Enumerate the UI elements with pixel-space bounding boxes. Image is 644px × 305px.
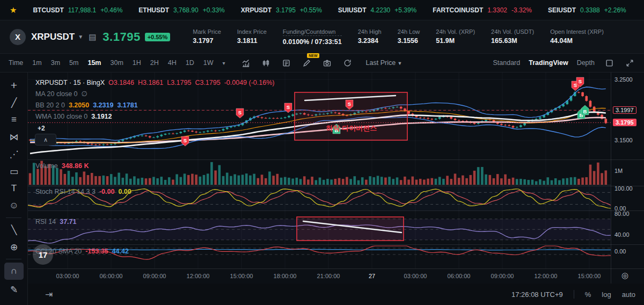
price-label-1M: 1M [614,168,623,174]
symbol-name[interactable]: XRPUSDT [31,32,75,42]
stat-value: 3.1797 [193,37,221,45]
indicators-icon[interactable] [240,57,252,69]
wma-value: 3.1912 [91,113,112,120]
time-tick: 15:00:00 [230,273,253,279]
stat-value: 44.04M [550,37,604,45]
price-label-32500: 3.2500 [614,76,633,83]
divider [574,290,574,299]
rectangle-icon[interactable]: ▭ [0,163,28,180]
ticker-item-ethusdt[interactable]: ETHUSDT3,768.90+0.33% [138,6,224,14]
price-label-31997: 3.1997 [613,106,636,114]
collapse-legend-button[interactable]: ∧ [35,134,56,146]
cci-value: -153.35 [85,248,108,255]
layout-icon[interactable] [603,57,615,69]
ticker-change: +0.55% [300,6,322,14]
stat-label: 24h High [358,28,382,35]
chart-canvas[interactable]: SSSSSSBBB하락 다이버전스 XRPUSDT · 15 · BingX O… [28,72,644,284]
interval-4H[interactable]: 4H [168,59,177,67]
ticker-bar: ★ BTCUSDT117,988.1+0.46%ETHUSDT3,768.90+… [0,0,644,20]
ticker-price: 117,988.1 [68,6,97,14]
stat-24h-low: 24h Low3.1556 [398,28,420,46]
ticker-symbol: BTCUSDT [33,6,63,14]
forecast-icon[interactable]: ⋰ [0,146,28,163]
camera-icon[interactable] [321,57,333,69]
interval-15m[interactable]: 15m [87,59,101,67]
last-price-dropdown[interactable]: Last Price ▼ [366,59,402,67]
text-icon[interactable]: T [0,180,28,197]
axis-settings-gear-icon[interactable]: ◎ [621,271,628,280]
ticker-change: +0.33% [203,6,225,14]
stat-24h-vol-usdt-: 24h Vol. (USDT)165.63M [491,28,534,46]
ticker-symbol: ETHUSDT [138,6,169,14]
ticker-change: +0.46% [100,6,122,14]
orderbook-icon[interactable]: ▤ [89,32,96,42]
emoji-icon[interactable]: ☺ [0,197,28,214]
ruler-icon[interactable]: ╲ [0,221,28,238]
divider [6,217,21,218]
stat-label: Index Price [237,28,267,35]
svg-text:B: B [583,108,587,114]
interval-1W[interactable]: 1W [203,59,214,67]
zoom-in-icon[interactable]: ⊕ [0,238,28,256]
interval-1D[interactable]: 1D [186,59,194,67]
favorites-star-icon[interactable]: ★ [10,5,17,15]
go-to-date-icon[interactable]: ⇥ [45,289,53,300]
interval-30m[interactable]: 30m [110,59,123,67]
time-tick: 12:00:00 [187,273,210,279]
scale-auto[interactable]: auto [622,291,635,299]
fullscreen-icon[interactable] [624,57,635,69]
ticker-item-fartcoinusdt[interactable]: FARTCOINUSDT1.3302-3.32% [433,6,532,14]
order-template-icon[interactable] [281,57,292,69]
scale-buttons: %logauto [585,291,635,299]
interval-1H[interactable]: 1H [133,59,141,67]
xabcd-pattern-icon[interactable]: ⋈ [0,128,28,146]
time-axis[interactable]: 03:00:0006:00:0009:00:0012:00:0015:00:00… [28,269,611,284]
scale-%[interactable]: % [585,291,591,299]
chart-mode-switcher: StandardTradingViewDepth [493,57,636,69]
volume-value: 348.86 K [62,162,89,170]
ticker-price: 0.3388 [580,6,600,14]
more-indicators-badge[interactable]: +2 [38,125,45,132]
stat-open-interest-xrp-: Open Interest (XRP)44.04M [550,28,604,46]
status-bar: ⇥ 17:26:08 UTC+9 %logauto [28,284,644,305]
stoch-legend: Stoch RSI 14 14 3 3 -0.00 0.00 [35,188,131,195]
drawing-count-badge[interactable]: 17 [33,244,53,265]
ohlc-close: C3.1795 [195,79,220,86]
interval-2H[interactable]: 2H [150,59,159,67]
stat-24h-high: 24h High3.2384 [358,28,382,46]
svg-text:하락 다이버전스: 하락 다이버전스 [326,124,377,132]
scale-log[interactable]: log [602,291,611,299]
magnet-icon[interactable]: ∩ [4,263,24,280]
eye-off-icon[interactable]: ∅ [82,90,87,98]
ticker-price: 4.2230 [371,6,391,14]
ohlc-low: L3.1795 [167,79,191,86]
mode-standard[interactable]: Standard [493,59,521,67]
trend-line-icon[interactable]: ╱ [0,94,28,111]
ticker-item-btcusdt[interactable]: BTCUSDT117,988.1+0.46% [33,6,122,14]
interval-more-icon[interactable]: ▾ [223,60,225,66]
pencil-lock-icon[interactable]: ✎ [0,281,28,298]
interval-5m[interactable]: 5m [69,59,78,67]
ticker-price: 3,768.90 [173,6,199,14]
ticker-item-xrpusdt[interactable]: XRPUSDT3.1795+0.55% [241,6,322,14]
draw-icon[interactable]: NEW [301,57,313,69]
stat-value: 51.9M [436,37,475,45]
mode-tradingview[interactable]: TradingView [529,59,568,67]
chevron-down-icon[interactable]: ▼ [78,34,83,40]
time-tick: 12:00:00 [535,273,558,279]
refresh-icon[interactable] [342,57,354,69]
ticker-symbol: SEIUSDT [548,6,576,14]
crosshair-icon[interactable]: + [0,77,28,94]
mode-depth[interactable]: Depth [577,59,595,67]
interval-3m[interactable]: 3m [51,59,60,67]
bb-legend: BB 20 2 0 [35,101,65,109]
ticker-item-suiusdt[interactable]: SUIUSDT4.2230+5.39% [338,6,416,14]
fib-retracement-icon[interactable]: ≡ [0,111,28,128]
interval-1m[interactable]: 1m [32,59,41,67]
ticker-symbol: SUIUSDT [338,6,367,14]
price-label-000: 0.00 [614,248,626,255]
candle-style-icon[interactable] [260,57,272,69]
ohlc-change: -0.0049 (-0.16%) [224,79,275,86]
ticker-item-seiusdt[interactable]: SEIUSDT0.3388+2.26% [548,6,626,14]
stat-24h-vol-xrp-: 24h Vol. (XRP)51.9M [436,28,475,46]
